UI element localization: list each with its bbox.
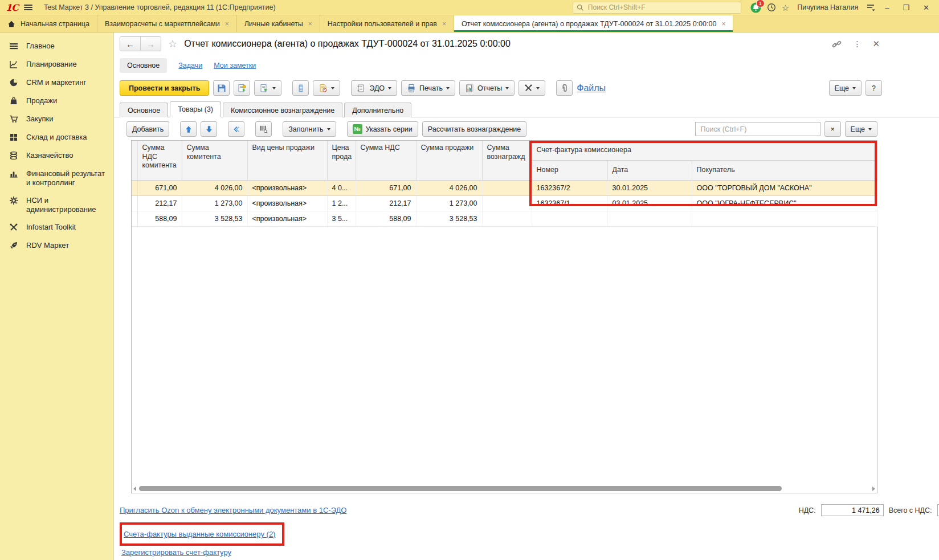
cell-invoice-buyer[interactable]: ООО "ТОРГОВЫЙ ДОМ "АСКОНА" <box>692 181 877 196</box>
cell-invoice-buyer[interactable]: ООО "ЮГРА-НЕФТЕСЕРВИС" <box>692 196 877 211</box>
minimize-button[interactable]: – <box>881 0 893 15</box>
cell-nds[interactable]: 671,00 <box>356 181 416 196</box>
close-window-button[interactable]: ✕ <box>919 0 933 15</box>
tab-user-settings[interactable]: Настройки пользователей и прав × <box>320 15 454 32</box>
sidebar-item-crm[interactable]: CRM и маркетинг <box>0 73 113 92</box>
col-header-price[interactable]: Цена прода <box>327 141 356 181</box>
cell-fee[interactable] <box>482 211 532 227</box>
post-document-button[interactable] <box>234 80 250 96</box>
back-button[interactable]: ← <box>120 37 140 51</box>
form-tab-additional[interactable]: Дополнительно <box>344 103 411 117</box>
horizontal-scrollbar[interactable] <box>133 485 875 492</box>
document-register-button[interactable] <box>292 80 309 96</box>
sidebar-item-finance[interactable]: Финансовый результат и контроллинг <box>0 165 113 191</box>
user-name[interactable]: Пичугина Наталия <box>797 3 858 11</box>
table-row[interactable]: 671,00 4 026,00 <произвольная> 4 0... 67… <box>132 181 877 196</box>
sidebar-item-planning[interactable]: Планирование <box>0 55 113 73</box>
scroll-right-icon[interactable] <box>872 487 875 491</box>
cell-invoice-date[interactable]: 30.01.2025 <box>607 181 692 196</box>
calculate-fee-button[interactable]: Рассчитать вознаграждение <box>422 121 527 137</box>
clear-search-button[interactable]: × <box>824 121 841 137</box>
table-search-input[interactable] <box>700 125 816 134</box>
barcode-scan-button[interactable] <box>255 121 272 137</box>
cell-invoice-date[interactable]: 03.01.2025 <box>607 196 692 211</box>
table-row[interactable]: 588,09 3 528,53 <произвольная> 3 5... 58… <box>132 211 877 227</box>
cell-fee[interactable] <box>482 181 532 196</box>
col-header-sum[interactable]: Сумма продажи <box>416 141 482 181</box>
cell-price[interactable]: 1 2... <box>327 196 356 211</box>
specify-series-button[interactable]: №Указать серии <box>347 121 418 137</box>
col-header-nds[interactable]: Сумма НДС <box>356 141 416 181</box>
tab-home[interactable]: Начальная страница <box>0 15 97 32</box>
maximize-button[interactable]: ❒ <box>899 0 913 15</box>
cell-nds[interactable]: 212,17 <box>356 196 416 211</box>
notifications-button[interactable]: 1 <box>750 2 761 13</box>
more-button[interactable]: Еще <box>829 80 862 96</box>
cell-price-type[interactable]: <произвольная> <box>247 211 327 227</box>
service-menu-icon[interactable] <box>866 3 875 12</box>
tab-commissioner-report[interactable]: Отчет комиссионера (агента) о продажах Т… <box>454 15 733 32</box>
ozon-invite-link[interactable]: Пригласить Ozon к обмену электронными до… <box>120 506 346 514</box>
help-button[interactable]: ? <box>865 80 882 96</box>
save-button[interactable] <box>213 80 230 96</box>
col-header-price-type[interactable]: Вид цены продажи <box>247 141 327 181</box>
cell-invoice-number[interactable] <box>532 211 607 227</box>
tab-marketplace-settlements[interactable]: Взаиморасчеты с маркетплейсами × <box>97 15 237 32</box>
cell-price-type[interactable]: <произвольная> <box>247 181 327 196</box>
sidebar-item-treasury[interactable]: Казначейство <box>0 146 113 165</box>
change-form-button[interactable] <box>519 80 545 96</box>
favorites-star-icon[interactable]: ☆ <box>782 3 789 12</box>
tab-personal-accounts[interactable]: Личные кабинеты × <box>237 15 320 32</box>
forward-button[interactable]: → <box>140 37 161 51</box>
col-header-fee[interactable]: Сумма вознагражд <box>482 141 532 181</box>
cell-price-type[interactable]: <произвольная> <box>247 196 327 211</box>
cell-nds-committent[interactable]: 671,00 <box>137 181 182 196</box>
register-invoice-link[interactable]: Зарегистрировать счет-фактуру <box>121 548 231 557</box>
post-and-close-button[interactable]: Провести и закрыть <box>120 80 209 96</box>
document-journal-button[interactable] <box>313 80 340 96</box>
reports-button[interactable]: Отчеты <box>459 80 515 96</box>
more-actions-icon[interactable]: ⋮ <box>853 39 861 48</box>
sidebar-item-sales[interactable]: Продажи <box>0 92 113 110</box>
form-tab-goods[interactable]: Товары (3) <box>170 101 221 117</box>
sidebar-item-main[interactable]: Главное <box>0 37 113 55</box>
cell-sum[interactable]: 1 273,00 <box>416 196 482 211</box>
cell-invoice-number[interactable]: 1632367/2 <box>532 181 607 196</box>
fill-button[interactable]: Заполнить <box>283 121 336 137</box>
favorite-star-icon[interactable]: ☆ <box>168 38 177 50</box>
nav-link-notes[interactable]: Мои заметки <box>214 62 256 70</box>
move-down-button[interactable] <box>201 121 217 137</box>
col-header-invoice-number[interactable]: Номер <box>532 161 607 181</box>
cell-sum-committent[interactable]: 1 273,00 <box>182 196 247 211</box>
get-link-icon[interactable] <box>832 39 842 49</box>
global-search-input[interactable] <box>587 3 737 12</box>
cell-invoice-number[interactable]: 1632367/1 <box>532 196 607 211</box>
cell-price[interactable]: 4 0... <box>327 181 356 196</box>
print-button[interactable]: Печать <box>401 80 455 96</box>
main-menu-icon[interactable] <box>24 5 32 10</box>
col-header-nds-committent[interactable]: Сумма НДС комитента <box>137 141 182 181</box>
scrollbar-track[interactable] <box>139 486 869 491</box>
col-header-invoice-buyer[interactable]: Покупатель <box>692 161 877 181</box>
move-up-button[interactable] <box>180 121 197 137</box>
cell-nds-committent[interactable]: 588,09 <box>137 211 182 227</box>
attachments-button[interactable] <box>556 80 573 96</box>
cell-invoice-buyer[interactable] <box>692 211 877 227</box>
cell-invoice-date[interactable] <box>607 211 692 227</box>
close-tab-icon[interactable]: × <box>442 20 446 28</box>
sidebar-item-rdv-market[interactable]: RDV Маркет <box>0 236 113 255</box>
close-tab-icon[interactable]: × <box>308 20 312 28</box>
form-tab-commission[interactable]: Комиссионное вознаграждение <box>223 103 342 117</box>
col-header-sum-committent[interactable]: Сумма комитента <box>182 141 247 181</box>
history-icon[interactable] <box>767 3 776 12</box>
close-form-icon[interactable]: ✕ <box>872 39 880 49</box>
sidebar-item-warehouse[interactable]: Склад и доставка <box>0 128 113 146</box>
nav-link-main[interactable]: Основное <box>120 58 167 73</box>
cell-sum-committent[interactable]: 3 528,53 <box>182 211 247 227</box>
sidebar-item-admin[interactable]: НСИ и администрирование <box>0 191 113 218</box>
cell-sum[interactable]: 3 528,53 <box>416 211 482 227</box>
table-search[interactable] <box>695 122 820 136</box>
cell-nds-committent[interactable]: 212,17 <box>137 196 182 211</box>
scroll-left-icon[interactable] <box>133 487 136 491</box>
table-row[interactable]: 212,17 1 273,00 <произвольная> 1 2... 21… <box>132 196 877 211</box>
